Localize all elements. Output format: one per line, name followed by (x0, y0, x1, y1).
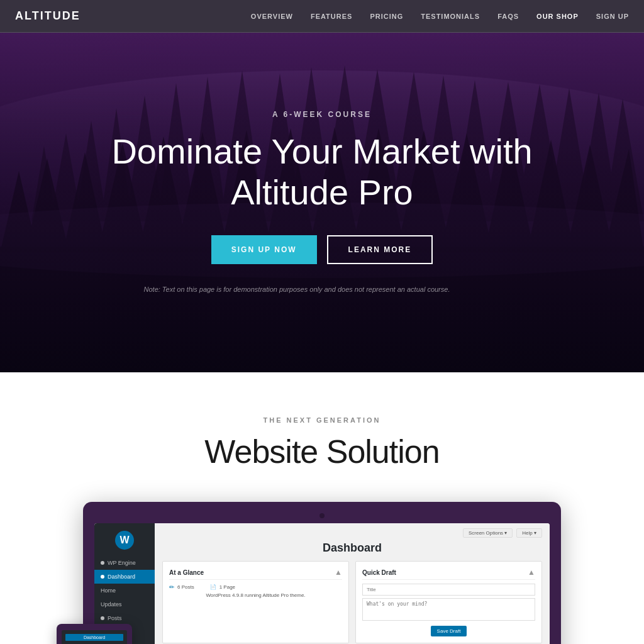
wp-topbar: Screen Options ▾ Help ▾ (162, 528, 542, 538)
menu-dot-icon (101, 561, 104, 565)
signup-button[interactable]: SIGN UP NOW (211, 235, 317, 264)
wp-menu-posts[interactable]: Posts (94, 611, 155, 625)
edit-icon: ✏ (169, 584, 174, 591)
at-a-glance-card: At a Glance ▲ ✏ 6 Posts 📄 1 Page (162, 561, 349, 643)
quick-draft-content: Save Draft (362, 584, 535, 636)
wp-version-text: WordPress 4.9.8 running Altitude Pro the… (169, 592, 342, 598)
at-a-glance-title: At a Glance ▲ (169, 568, 342, 580)
screen-options-btn[interactable]: Screen Options ▾ (463, 528, 513, 538)
wp-logo-icon: W (115, 531, 134, 550)
section-tag: THE NEXT GENERATION (25, 416, 619, 424)
nav-signup[interactable]: SIGN UP (596, 13, 629, 20)
tablet-mockup: Dashboard Posts Media Pages Comments (57, 624, 132, 644)
menu-dot-icon (101, 616, 104, 620)
wp-cards-row: At a Glance ▲ ✏ 6 Posts 📄 1 Page (162, 561, 542, 643)
quick-draft-title: Quick Draft ▲ (362, 568, 535, 580)
at-a-glance-content: ✏ 6 Posts 📄 1 Page WordPress 4.9.8 runni… (169, 584, 342, 598)
menu-dot-icon (101, 575, 104, 579)
laptop-outer: W WP Engine Dashboard Home (83, 502, 561, 644)
wp-menu-updates[interactable]: Updates (94, 597, 155, 611)
hero-section: A 6-WEEK COURSE Dominate Your Market wit… (0, 33, 644, 372)
wp-menu-home[interactable]: Home (94, 584, 155, 597)
laptop-mockup: W WP Engine Dashboard Home (83, 502, 561, 644)
tablet-screen: Dashboard Posts Media Pages Comments (62, 630, 127, 644)
nav-features[interactable]: FEATURES (311, 13, 352, 20)
tablet-menu-active: Dashboard (65, 634, 123, 641)
wp-menu-wp-engine[interactable]: WP Engine (94, 556, 155, 570)
laptop-screen: W WP Engine Dashboard Home (94, 523, 550, 644)
wp-main-content: Screen Options ▾ Help ▾ Dashboard At a G… (155, 523, 550, 644)
nav-overview[interactable]: OVERVIEW (251, 13, 293, 20)
card-toggle-icon[interactable]: ▲ (335, 568, 342, 577)
posts-stat: ✏ 6 Posts 📄 1 Page (169, 584, 342, 591)
website-solution-section: THE NEXT GENERATION Website Solution W W… (0, 372, 644, 644)
laptop-camera (319, 513, 325, 518)
nav-pricing[interactable]: PRICING (370, 13, 403, 20)
hero-title: Dominate Your Market with Altitude Pro (108, 131, 536, 213)
draft-title-input[interactable] (362, 584, 535, 596)
hero-subtitle: A 6-WEEK COURSE (108, 110, 536, 119)
section-title: Website Solution (25, 433, 619, 470)
site-logo[interactable]: ALTITUDE (15, 9, 80, 23)
nav-testimonials[interactable]: TESTIMONIALS (421, 13, 480, 20)
wp-page-title: Dashboard (162, 541, 542, 555)
card-toggle-icon[interactable]: ▲ (528, 568, 535, 577)
quick-draft-card: Quick Draft ▲ Save Draft (355, 561, 542, 643)
pages-stat: 📄 (210, 584, 216, 590)
wp-menu-dashboard[interactable]: Dashboard (94, 570, 155, 584)
navbar: ALTITUDE OVERVIEW FEATURES PRICING TESTI… (0, 0, 644, 33)
help-btn[interactable]: Help ▾ (516, 528, 542, 538)
learn-more-button[interactable]: LEARN MORE (327, 235, 433, 264)
hero-buttons: SIGN UP NOW LEARN MORE (108, 235, 536, 264)
hero-disclaimer: Note: Text on this page is for demonstra… (108, 284, 486, 295)
mockup-container: W WP Engine Dashboard Home (25, 496, 619, 644)
nav-our-shop[interactable]: OUR SHOP (536, 13, 579, 20)
nav-faqs[interactable]: FAQS (497, 13, 519, 20)
nav-links: OVERVIEW FEATURES PRICING TESTIMONIALS F… (251, 13, 629, 20)
hero-content: A 6-WEEK COURSE Dominate Your Market wit… (96, 97, 548, 307)
draft-body-input[interactable] (362, 598, 535, 621)
save-draft-button[interactable]: Save Draft (431, 626, 467, 636)
